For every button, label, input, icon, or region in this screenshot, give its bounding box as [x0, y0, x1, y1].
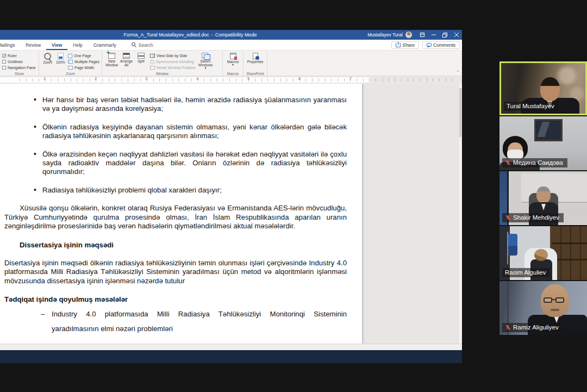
user-avatar[interactable]	[405, 32, 412, 38]
title-separator: -	[211, 32, 213, 38]
titlebar-right-cluster: Mustafayev Tural	[367, 30, 462, 40]
document-actions: Share Comments	[391, 40, 460, 50]
ribbon-group-window: New Window Arrange All Split View Side b…	[102, 51, 223, 76]
tab-help[interactable]: Help	[67, 40, 88, 50]
ruler-checkbox-label: Ruler	[8, 54, 17, 58]
document-name: Forma_A_Tural Mustafayev_edited.doc	[124, 32, 209, 38]
horizontal-ruler[interactable]: 1 2 3 4 5 6 7	[0, 76, 462, 84]
scrollbar-thumb[interactable]	[459, 88, 461, 137]
signed-in-user: Mustafayev Tural	[367, 32, 403, 38]
split-icon	[138, 53, 145, 59]
word-titlebar: Forma_A_Tural Mustafayev_edited.doc - Co…	[0, 30, 462, 40]
ribbon-group-show: Ruler Gridlines Navigation Pane Show	[0, 51, 39, 76]
participant-name-tag: Shakir Mehdiyev	[502, 213, 564, 222]
muted-mic-icon	[505, 160, 511, 166]
gridlines-checkbox-label: Gridlines	[8, 60, 23, 64]
ruler-number: 7	[349, 76, 352, 81]
page-width-label: Page Width	[74, 66, 94, 70]
macros-button[interactable]: Macros	[225, 52, 241, 66]
ribbon-group-zoom: Zoom 100% One Page Multiple Pages	[39, 51, 102, 76]
tab-view[interactable]: View	[46, 40, 67, 50]
one-page-button[interactable]: One Page	[68, 53, 99, 58]
arrange-all-label: Arrange All	[119, 59, 134, 67]
minimize-icon	[432, 33, 436, 37]
navigation-pane-checkbox-label: Navigation Pane	[8, 66, 35, 70]
multiple-pages-icon	[68, 60, 73, 64]
switch-windows-button[interactable]: Switch Windows	[196, 52, 215, 71]
participant-tile-tural-mustafayev[interactable]: Tural Mustafayev	[499, 61, 587, 115]
close-button[interactable]	[451, 30, 462, 40]
reset-window-position-icon	[150, 66, 155, 70]
vertical-scrollbar[interactable]	[458, 84, 462, 344]
checkbox-unchecked-icon	[2, 66, 6, 70]
participant-tile-shakir-mehdiyev[interactable]: Shakir Mehdiyev	[499, 171, 587, 225]
gridlines-checkbox[interactable]: Gridlines	[2, 59, 36, 65]
tab-grammarly[interactable]: Grammarly	[88, 40, 122, 50]
reset-window-position-label: Reset Window Position	[157, 66, 196, 70]
participant-name: Shakir Mehdiyev	[513, 214, 559, 221]
window-group-label: Window	[102, 72, 222, 76]
collapse-ribbon-icon[interactable]: ⌃	[456, 70, 459, 74]
bullet-item: Ölkənin radiasiya keşiyində dayanan sist…	[4, 123, 347, 141]
page-width-button[interactable]: Page Width	[68, 65, 99, 70]
minimize-button[interactable]	[428, 30, 439, 40]
zoom-100-icon	[58, 53, 64, 60]
document-page[interactable]: Hər hansı bir baş verən təbiət hadisələr…	[0, 84, 362, 344]
bullet-item: Ölkə ərazisindən keçən nəqliyyat dəhlizl…	[4, 150, 347, 177]
muted-mic-icon	[505, 215, 511, 221]
magnifier-icon	[44, 53, 51, 60]
page-width-icon	[68, 66, 73, 70]
one-page-label: One Page	[74, 54, 91, 58]
share-button[interactable]: Share	[391, 41, 419, 49]
participant-tile-ramiz-aliguliyev[interactable]: Ramiz Aliguliyev	[499, 281, 587, 335]
window-bottom-strip	[0, 344, 462, 350]
participant-name-tag: Ramiz Aliguliyev	[502, 323, 563, 332]
zoom-100-button[interactable]: 100%	[54, 52, 67, 71]
bullet-item: Radiasiya təhlükəsizliyi problemi qlobal…	[4, 186, 347, 195]
split-button[interactable]: Split	[134, 52, 148, 71]
ruler-number: 6	[298, 76, 301, 81]
flag	[508, 234, 517, 256]
paragraph: Disertasiya işinin məqsədi ölkənin radia…	[4, 259, 347, 285]
share-icon	[396, 43, 401, 47]
restore-button[interactable]	[439, 30, 451, 40]
ribbon-group-sharepoint: Properties SharePoint	[243, 51, 267, 76]
view-side-by-side-label: View Side by Side	[157, 54, 187, 58]
search-box[interactable]: Search	[132, 40, 153, 50]
multiple-pages-button[interactable]: Multiple Pages	[68, 59, 99, 64]
view-side-by-side-button[interactable]: View Side by Side	[150, 53, 196, 58]
share-label: Share	[402, 42, 415, 48]
participant-tile-rasim-alguliev[interactable]: Rasim Alguliev	[499, 226, 587, 280]
new-window-label: New Window	[104, 59, 119, 67]
ruler-checkbox[interactable]: Ruler	[2, 53, 36, 59]
arrange-all-button[interactable]: Arrange All	[119, 52, 134, 71]
zoom-group-label: Zoom	[39, 72, 102, 76]
properties-label: Properties	[247, 60, 264, 64]
switch-windows-icon	[202, 53, 209, 59]
tab-mailings[interactable]: Mailings	[0, 40, 20, 50]
dash-list-item: – Industry 4.0 platformasıda Milli Radia…	[4, 307, 347, 336]
ribbon-tab-row: Mailings Review View Help Grammarly Sear…	[0, 40, 462, 51]
new-window-button[interactable]: New Window	[104, 52, 119, 71]
tab-review[interactable]: Review	[20, 40, 46, 50]
navigation-pane-checkbox[interactable]: Navigation Pane	[2, 65, 36, 71]
comments-label: Comments	[433, 42, 455, 48]
properties-button[interactable]: Properties	[246, 52, 265, 64]
zoom-100-label: 100%	[56, 60, 65, 64]
ribbon-display-options-button[interactable]	[416, 30, 428, 40]
ruler-number: 5	[247, 76, 249, 81]
bullet-item: Hər hansı bir baş verən təbiət hadisələr…	[4, 96, 347, 114]
participant-name: Rasim Alguliev	[505, 269, 546, 276]
comments-button[interactable]: Comments	[422, 41, 460, 49]
split-label: Split	[138, 59, 145, 63]
macros-group-label: Macros	[223, 72, 243, 76]
paragraph: Xüsusilə qonşu ölkələrin, konkret olaraq…	[4, 204, 347, 231]
search-icon	[132, 42, 136, 47]
view-side-by-side-icon	[150, 54, 155, 58]
document-heading: Dissertasiya işinin məqsədi	[20, 241, 347, 250]
participant-name-tag: Rasim Alguliev	[502, 268, 550, 277]
show-group-label: Show	[0, 72, 39, 76]
zoom-button[interactable]: Zoom	[41, 52, 54, 71]
participant-tile-medina-saidova[interactable]: Медина Саидова	[499, 116, 587, 170]
person-head	[534, 249, 548, 261]
